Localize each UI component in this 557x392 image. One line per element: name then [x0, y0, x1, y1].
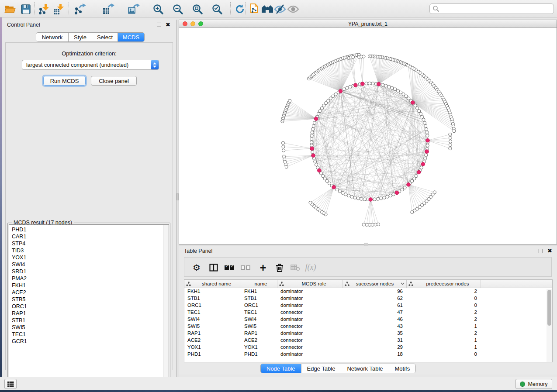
mcds-result-item[interactable]: TID3: [12, 247, 27, 254]
mcds-result-item[interactable]: ACE2: [12, 289, 27, 296]
mcds-result-item[interactable]: TEC1: [12, 331, 27, 338]
memory-button[interactable]: Memory: [515, 379, 552, 389]
search-field[interactable]: [429, 3, 554, 14]
mcds-result-item[interactable]: RAP1: [12, 310, 27, 317]
mcds-result-item[interactable]: STP4: [12, 240, 27, 247]
mcds-result-item[interactable]: GCR1: [12, 338, 27, 345]
table-cell: 43: [343, 323, 407, 330]
hide-details-icon[interactable]: [273, 3, 287, 15]
table-row[interactable]: TEC1TEC1connector472: [184, 309, 552, 316]
criterion-dropdown[interactable]: largest connected component (undirected): [22, 60, 159, 70]
mcds-result-item[interactable]: SWI4: [12, 261, 27, 268]
mcds-result-item[interactable]: FKH1: [12, 282, 27, 289]
table-cell: dominator: [277, 351, 343, 358]
tab-mcds[interactable]: MCDS: [118, 33, 144, 41]
close-panel-icon[interactable]: ✖: [166, 21, 170, 28]
save-session-icon[interactable]: [19, 3, 32, 15]
table-row[interactable]: STB1STB1dominator620: [184, 295, 552, 302]
mcds-result-item[interactable]: PMA2: [12, 275, 27, 282]
import-network-icon[interactable]: [38, 3, 51, 15]
delete-rows-trash-icon[interactable]: [272, 258, 287, 277]
network-view-window: YPA_prune.txt_1: [179, 20, 557, 244]
mcds-result-item[interactable]: STB1: [12, 317, 27, 324]
table-row[interactable]: SWI4SWI4dominator462: [184, 316, 552, 323]
table-cell: 35: [343, 330, 407, 337]
column-header-predecessor-nodes[interactable]: predecessor nodes: [407, 280, 481, 288]
apply-layout-icon[interactable]: [233, 3, 246, 15]
column-header-name[interactable]: name: [241, 280, 277, 288]
deselect-all-icon[interactable]: [238, 258, 253, 277]
table-scrollbar[interactable]: [547, 289, 552, 362]
delete-column-icon[interactable]: [288, 258, 303, 277]
mcds-result-list[interactable]: PHD1CAR1STP4TID3YOX1SWI4SRD1PMA2FKH1ACE2…: [9, 224, 169, 383]
search-icon: [432, 5, 439, 12]
mcds-result-item[interactable]: YOX1: [12, 254, 27, 261]
mcds-result-item[interactable]: SWI5: [12, 324, 27, 331]
run-mcds-button[interactable]: Run MCDS: [43, 76, 86, 86]
zoom-in-icon[interactable]: [152, 3, 165, 15]
table-scrollbar-thumb[interactable]: [547, 290, 551, 326]
float-panel-icon[interactable]: [157, 23, 161, 27]
mcds-result-item[interactable]: PHD1: [12, 226, 27, 233]
export-table-icon[interactable]: [102, 3, 115, 15]
table-settings-gear-icon[interactable]: ⚙: [189, 258, 204, 277]
mcds-tab-content: Optimization criterion: largest connecte…: [5, 42, 173, 370]
network-canvas[interactable]: [179, 28, 557, 244]
table-row[interactable]: YOX1YOX1connector291: [184, 344, 552, 351]
open-file-icon[interactable]: [3, 3, 17, 15]
tab-network[interactable]: Network: [36, 33, 69, 41]
table-cell: dominator: [277, 330, 343, 337]
search-input[interactable]: [439, 6, 554, 12]
table-cell: 2: [407, 316, 481, 323]
function-builder-icon[interactable]: f(x): [303, 258, 318, 277]
table-cell: dominator: [277, 288, 343, 295]
column-header-successor-nodes[interactable]: successor nodes: [343, 280, 407, 288]
table-row[interactable]: ORC1ORC1dominator610: [184, 302, 552, 309]
show-details-icon[interactable]: [287, 3, 300, 15]
mcds-result-item[interactable]: CAR1: [12, 233, 27, 240]
close-panel-icon[interactable]: ✖: [547, 248, 552, 254]
zoom-selected-icon[interactable]: [211, 3, 224, 15]
mcds-result-item[interactable]: STB5: [12, 296, 27, 303]
export-image-icon[interactable]: [127, 3, 140, 15]
table-cell: 18: [343, 351, 407, 358]
network-overview-icon[interactable]: [261, 3, 274, 15]
tab-network-table[interactable]: Network Table: [341, 364, 389, 373]
export-network-icon[interactable]: [73, 3, 86, 15]
tab-edge-table[interactable]: Edge Table: [301, 364, 342, 373]
table-toolbar: ⚙ + f(x): [184, 257, 552, 277]
column-header-MCDS-role[interactable]: MCDS role: [277, 280, 343, 288]
import-table-icon[interactable]: [52, 3, 66, 15]
tab-style[interactable]: Style: [69, 33, 92, 41]
table-row[interactable]: FKH1FKH1dominator962: [184, 288, 552, 295]
tab-node-table[interactable]: Node Table: [261, 364, 301, 373]
table-cell: STB1: [241, 295, 277, 302]
node-table-header: shared namenameMCDS rolesuccessor nodesp…: [184, 280, 552, 288]
table-row[interactable]: PHD1PHD1dominator180: [184, 351, 552, 358]
tab-select[interactable]: Select: [92, 33, 118, 41]
column-visibility-icon[interactable]: [206, 258, 221, 277]
zoom-fit-icon[interactable]: [191, 3, 204, 15]
table-row[interactable]: ACE2ACE2connector311: [184, 337, 552, 344]
network-graph[interactable]: [179, 28, 557, 244]
table-row[interactable]: RAP1RAP1dominator352: [184, 330, 552, 337]
mcds-result-item[interactable]: ORC1: [12, 303, 27, 310]
tab-motifs[interactable]: Motifs: [389, 364, 416, 373]
clone-network-icon[interactable]: [248, 3, 261, 15]
dropdown-stepper-icon: [151, 60, 159, 69]
close-panel-button[interactable]: Close panel: [91, 76, 137, 86]
toolbar-separator: [69, 2, 69, 15]
network-window-titlebar[interactable]: YPA_prune.txt_1: [179, 20, 557, 28]
table-cell: 2: [407, 288, 481, 295]
table-row[interactable]: SWI5SWI5connector431: [184, 323, 552, 330]
zoom-out-icon[interactable]: [171, 3, 184, 15]
column-header-shared-name[interactable]: shared name: [184, 280, 241, 288]
table-cell: RAP1: [184, 330, 241, 337]
task-history-button[interactable]: [4, 379, 17, 389]
add-column-icon[interactable]: +: [256, 258, 270, 277]
mcds-result-item[interactable]: SRD1: [12, 268, 27, 275]
select-all-icon[interactable]: [222, 258, 237, 277]
table-cell: 62: [343, 295, 407, 302]
float-panel-icon[interactable]: [539, 249, 543, 253]
mcds-result-scrollbar[interactable]: [163, 225, 169, 383]
